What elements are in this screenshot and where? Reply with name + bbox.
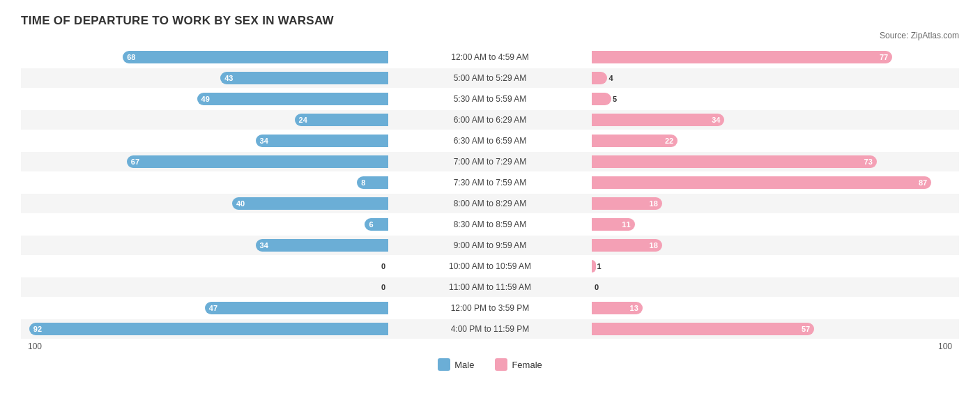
time-label: 12:00 PM to 3:59 PM — [392, 303, 588, 313]
female-value: 77 — [880, 53, 888, 61]
female-bar: 87 — [592, 176, 931, 189]
male-bar: 43 — [220, 72, 388, 84]
male-bar: 67 — [127, 155, 388, 168]
axis-right-label: 100 — [576, 342, 959, 351]
male-value: 34 — [260, 137, 268, 145]
right-side: 13 — [588, 298, 959, 318]
legend-female: Female — [495, 358, 542, 371]
male-value: 67 — [131, 158, 139, 166]
right-side: 18 — [588, 236, 959, 255]
male-bar: 40 — [232, 197, 388, 210]
right-side: 34 — [588, 110, 959, 130]
right-side: 11 — [588, 215, 959, 234]
left-side: 40 — [21, 194, 392, 213]
legend-female-box — [495, 358, 507, 371]
male-bar: 34 — [256, 135, 388, 147]
chart-row: 408:00 AM to 8:29 AM18 — [21, 194, 959, 213]
chart-row: 435:00 AM to 5:29 AM4 — [21, 68, 959, 88]
time-label: 7:00 AM to 7:29 AM — [392, 157, 588, 167]
left-side: 8 — [21, 173, 392, 192]
female-bar — [592, 72, 607, 84]
time-label: 5:30 AM to 5:59 AM — [392, 94, 588, 104]
male-bar: 24 — [295, 114, 388, 126]
left-side: 34 — [21, 236, 392, 255]
male-bar: 92 — [29, 323, 388, 335]
time-label: 8:00 AM to 8:29 AM — [392, 199, 588, 208]
female-value: 11 — [622, 220, 630, 229]
male-bar: 68 — [123, 51, 388, 63]
female-value: 1 — [597, 262, 602, 270]
left-side: 6 — [21, 215, 392, 234]
chart-row: 924:00 PM to 11:59 PM57 — [21, 319, 959, 339]
female-value: 73 — [864, 158, 873, 166]
left-side: 34 — [21, 131, 392, 151]
female-value: 0 — [595, 283, 599, 291]
chart-row: 495:30 AM to 5:59 AM5 — [21, 89, 959, 109]
chart-area: 6812:00 AM to 4:59 AM77435:00 AM to 5:29… — [21, 47, 959, 339]
female-value: 87 — [919, 178, 927, 187]
legend-male-label: Male — [454, 360, 474, 370]
male-bar: 47 — [205, 302, 388, 314]
time-label: 10:00 AM to 10:59 AM — [392, 261, 588, 271]
chart-row: 346:30 AM to 6:59 AM22 — [21, 131, 959, 151]
time-label: 6:00 AM to 6:29 AM — [392, 115, 588, 125]
right-side: 0 — [588, 277, 959, 297]
female-bar: 18 — [592, 197, 662, 210]
male-value: 34 — [260, 241, 268, 250]
left-side: 68 — [21, 47, 392, 67]
chart-row: 010:00 AM to 10:59 AM1 — [21, 256, 959, 276]
male-bar: 34 — [256, 239, 388, 252]
time-label: 8:30 AM to 8:59 AM — [392, 220, 588, 229]
time-label: 6:30 AM to 6:59 AM — [392, 136, 588, 146]
time-label: 12:00 AM to 4:59 AM — [392, 52, 588, 62]
right-side: 18 — [588, 194, 959, 213]
left-side: 0 — [21, 256, 392, 276]
right-side: 77 — [588, 47, 959, 67]
female-bar: 22 — [592, 135, 677, 147]
axis-left-label: 100 — [21, 342, 404, 351]
left-side: 67 — [21, 152, 392, 171]
time-label: 4:00 PM to 11:59 PM — [392, 324, 588, 334]
female-bar: 34 — [592, 114, 724, 126]
chart-container: TIME OF DEPARTURE TO WORK BY SEX IN WARS… — [21, 14, 959, 371]
chart-row: 011:00 AM to 11:59 AM0 — [21, 277, 959, 297]
legend-male: Male — [438, 358, 474, 371]
male-value: 24 — [299, 116, 307, 124]
chart-row: 677:00 AM to 7:29 AM73 — [21, 152, 959, 171]
male-value: 0 — [381, 283, 385, 291]
female-value: 18 — [650, 241, 658, 250]
female-value: 5 — [613, 95, 617, 103]
female-bar: 11 — [592, 218, 635, 231]
right-side: 57 — [588, 319, 959, 339]
female-bar: 73 — [592, 155, 877, 168]
right-side: 22 — [588, 131, 959, 151]
chart-row: 4712:00 PM to 3:59 PM13 — [21, 298, 959, 318]
female-bar: 77 — [592, 51, 892, 63]
chart-row: 68:30 AM to 8:59 AM11 — [21, 215, 959, 234]
male-bar: 8 — [357, 176, 388, 189]
chart-title: TIME OF DEPARTURE TO WORK BY SEX IN WARS… — [21, 14, 959, 28]
male-value: 0 — [381, 262, 385, 270]
female-bar: 13 — [592, 302, 643, 314]
male-bar: 49 — [197, 93, 388, 105]
time-label: 5:00 AM to 5:29 AM — [392, 73, 588, 83]
female-bar — [592, 93, 611, 105]
male-bar: 6 — [365, 218, 388, 231]
female-bar: 18 — [592, 239, 662, 252]
legend: Male Female — [21, 358, 959, 371]
female-value: 22 — [665, 137, 673, 145]
right-side: 73 — [588, 152, 959, 171]
left-side: 0 — [21, 277, 392, 297]
axis-row: 100 100 — [21, 342, 959, 351]
male-value: 6 — [369, 220, 373, 229]
female-bar: 57 — [592, 323, 814, 335]
left-side: 47 — [21, 298, 392, 318]
legend-female-label: Female — [512, 360, 542, 370]
right-side: 87 — [588, 173, 959, 192]
chart-row: 349:00 AM to 9:59 AM18 — [21, 236, 959, 255]
chart-row: 6812:00 AM to 4:59 AM77 — [21, 47, 959, 67]
legend-male-box — [438, 358, 450, 371]
right-side: 1 — [588, 256, 959, 276]
chart-row: 246:00 AM to 6:29 AM34 — [21, 110, 959, 130]
male-value: 47 — [209, 304, 217, 312]
